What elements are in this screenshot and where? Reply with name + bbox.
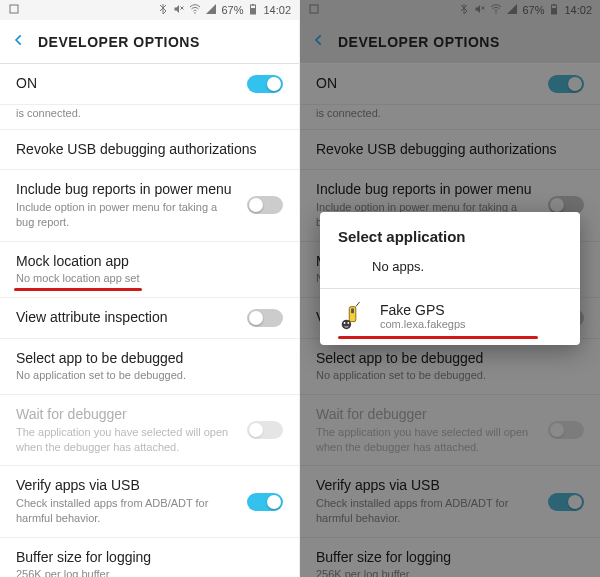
svg-rect-0 [10, 5, 18, 13]
row-view-attribute[interactable]: View attribute inspection [0, 298, 299, 339]
back-icon[interactable] [12, 31, 26, 52]
toggle-wait-debugger [247, 421, 283, 439]
dialog-overlay[interactable]: Select application No apps. [300, 0, 600, 577]
row-title: Include bug reports in power menu [16, 181, 237, 199]
row-sub: Include option in power menu for taking … [16, 200, 237, 230]
row-title: Wait for debugger [16, 406, 237, 424]
toggle-verify-apps[interactable] [247, 493, 283, 511]
row-title: Mock location app [16, 253, 283, 271]
highlight-underline [338, 336, 538, 339]
toggle-view-attribute[interactable] [247, 309, 283, 327]
row-title: Select app to be debugged [16, 350, 283, 368]
status-left-icon [8, 3, 20, 17]
select-application-dialog: Select application No apps. [320, 212, 580, 345]
dialog-app-item-fakegps[interactable]: Fake GPS com.lexa.fakegps [320, 289, 580, 345]
row-mock-location[interactable]: Mock location app No mock location app s… [0, 242, 299, 298]
bluetooth-icon [157, 3, 169, 17]
highlight-underline [14, 288, 142, 291]
page-title: DEVELOPER OPTIONS [38, 34, 200, 50]
row-on[interactable]: ON [0, 64, 299, 105]
row-sub: No mock location app set [16, 271, 283, 286]
row-title: ON [16, 75, 237, 93]
row-title: View attribute inspection [16, 309, 237, 327]
status-right: 67% 14:02 [157, 3, 291, 17]
row-connected: is connected. [0, 105, 299, 130]
battery-icon [247, 3, 259, 17]
row-title: Buffer size for logging [16, 549, 283, 567]
phone-right: 67% 14:02 DEVELOPER OPTIONS ON is connec… [300, 0, 600, 577]
screenshot-pair: 67% 14:02 DEVELOPER OPTIONS ON is connec… [0, 0, 600, 577]
dialog-no-apps: No apps. [320, 255, 580, 282]
dialog-title: Select application [320, 212, 580, 255]
row-wait-debugger: Wait for debugger The application you ha… [0, 395, 299, 466]
row-sub: Check installed apps from ADB/ADT for ha… [16, 496, 237, 526]
dialog-app-package: com.lexa.fakegps [380, 318, 466, 330]
row-sub: 256K per log buffer [16, 567, 283, 577]
row-title: Verify apps via USB [16, 477, 237, 495]
phone-left: 67% 14:02 DEVELOPER OPTIONS ON is connec… [0, 0, 300, 577]
app-bar: DEVELOPER OPTIONS [0, 20, 299, 64]
status-bar: 67% 14:02 [0, 0, 299, 20]
row-sub: The application you have selected will o… [16, 425, 237, 455]
svg-rect-15 [351, 309, 354, 314]
dialog-app-name: Fake GPS [380, 302, 466, 318]
row-select-debug-app[interactable]: Select app to be debugged No application… [0, 339, 299, 395]
battery-text: 67% [221, 4, 243, 16]
toggle-bug-reports[interactable] [247, 196, 283, 214]
row-verify-apps[interactable]: Verify apps via USB Check installed apps… [0, 466, 299, 537]
row-buffer-size[interactable]: Buffer size for logging 256K per log buf… [0, 538, 299, 577]
clock-text: 14:02 [263, 4, 291, 16]
row-title: Revoke USB debugging authorizations [16, 141, 283, 159]
settings-list: ON is connected. Revoke USB debugging au… [0, 64, 299, 577]
svg-point-19 [347, 322, 349, 324]
toggle-on[interactable] [247, 75, 283, 93]
row-sub: No application set to be debugged. [16, 368, 283, 383]
mute-icon [173, 3, 185, 17]
row-sub: is connected. [16, 106, 283, 121]
signal-icon [205, 3, 217, 17]
svg-point-17 [342, 320, 351, 329]
svg-point-18 [344, 322, 346, 324]
svg-rect-6 [252, 4, 254, 6]
svg-point-3 [195, 12, 197, 14]
svg-rect-5 [251, 8, 256, 14]
row-revoke-usb[interactable]: Revoke USB debugging authorizations [0, 130, 299, 171]
svg-line-16 [356, 302, 360, 307]
fake-gps-icon [338, 301, 368, 331]
row-bug-reports[interactable]: Include bug reports in power menu Includ… [0, 170, 299, 241]
wifi-icon [189, 3, 201, 17]
